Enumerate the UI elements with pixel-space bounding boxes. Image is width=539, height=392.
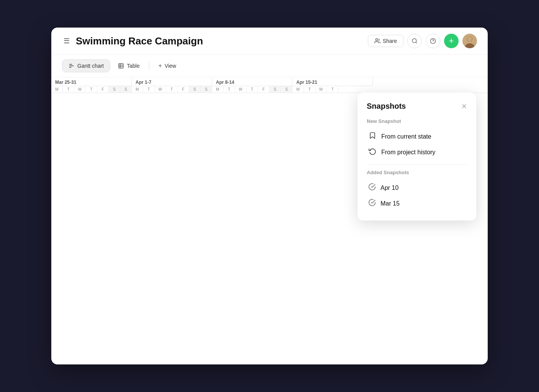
table-button[interactable]: Table xyxy=(112,60,145,72)
day-cell: T xyxy=(304,86,315,93)
snapshot-apr10-label: Apr 10 xyxy=(381,185,399,191)
help-button[interactable] xyxy=(426,34,440,48)
day-cell: S xyxy=(270,86,281,93)
week-apr15: Apr 15-21 M T W T xyxy=(292,77,373,93)
from-project-history-item[interactable]: From project history xyxy=(367,144,467,160)
day-cell: F xyxy=(258,86,270,93)
day-cell: S xyxy=(120,86,132,93)
from-current-state-label: From current state xyxy=(381,133,431,140)
day-cell: S xyxy=(109,86,120,93)
share-button[interactable]: Share xyxy=(368,35,403,47)
gantt-area: Mar 25-31 M T W T F S S Apr 1-7 M T W T xyxy=(51,77,488,93)
week-label: Apr 8-14 xyxy=(212,77,292,86)
day-cell: M xyxy=(212,86,224,93)
day-cell: W xyxy=(155,86,166,93)
added-snapshots-label: Added snapshots xyxy=(367,170,467,175)
from-project-history-label: From project history xyxy=(381,149,435,156)
day-cell: W xyxy=(315,86,327,93)
week-apr8: Apr 8-14 M T W T F S S xyxy=(212,77,292,93)
gantt-icon xyxy=(69,63,75,69)
view-button[interactable]: + View xyxy=(152,59,182,72)
day-cell: S xyxy=(281,86,292,93)
week-label: Apr 1-7 xyxy=(132,77,212,86)
day-cell: T xyxy=(166,86,178,93)
day-cell: T xyxy=(143,86,155,93)
page-title: Swimming Race Campaign xyxy=(76,35,363,47)
gantt-chart-button[interactable]: Gantt chart xyxy=(62,59,110,72)
header: ☰ Swimming Race Campaign Share + xyxy=(51,28,488,55)
bookmark-icon xyxy=(368,132,377,141)
snapshots-panel: Snapshots ✕ New snapshot From current st… xyxy=(358,93,476,220)
day-cell: S xyxy=(189,86,201,93)
help-icon xyxy=(430,38,436,44)
check-icon-mar15 xyxy=(368,199,376,208)
day-cell: W xyxy=(74,86,86,93)
snapshot-apr10[interactable]: Apr 10 xyxy=(367,180,467,196)
day-cell: M xyxy=(132,86,143,93)
panel-divider xyxy=(367,165,467,165)
from-current-state-item[interactable]: From current state xyxy=(367,129,467,144)
panel-header: Snapshots ✕ xyxy=(367,102,467,111)
menu-icon[interactable]: ☰ xyxy=(62,35,71,47)
avatar[interactable] xyxy=(462,34,477,48)
share-icon xyxy=(374,38,381,44)
days-row: M T W T F S S xyxy=(51,86,132,93)
days-row: M T W T xyxy=(292,86,373,93)
panel-title: Snapshots xyxy=(367,102,406,111)
app-window: ☰ Swimming Race Campaign Share + xyxy=(51,28,488,364)
week-mar25: Mar 25-31 M T W T F S S xyxy=(51,77,132,93)
day-cell: T xyxy=(247,86,258,93)
svg-point-7 xyxy=(467,37,472,42)
svg-point-1 xyxy=(412,39,416,43)
day-cell: S xyxy=(201,86,212,93)
add-button[interactable]: + xyxy=(444,34,459,48)
table-icon xyxy=(118,63,124,69)
svg-rect-11 xyxy=(119,64,123,68)
timeline-header: Mar 25-31 M T W T F S S Apr 1-7 M T W T xyxy=(51,77,488,93)
day-cell: T xyxy=(86,86,97,93)
toolbar-divider xyxy=(149,61,149,70)
day-cell: F xyxy=(97,86,109,93)
check-icon-apr10 xyxy=(368,183,376,193)
day-cell: M xyxy=(292,86,304,93)
header-actions: Share + xyxy=(368,34,477,48)
day-cell: T xyxy=(63,86,74,93)
days-row: M T W T F S S xyxy=(132,86,212,93)
new-snapshot-label: New snapshot xyxy=(367,118,467,124)
week-apr1: Apr 1-7 M T W T F S S xyxy=(132,77,212,93)
week-label: Mar 25-31 xyxy=(51,77,132,86)
svg-point-0 xyxy=(376,39,377,41)
day-cell: T xyxy=(224,86,235,93)
day-cell: M xyxy=(51,86,63,93)
avatar-image xyxy=(462,34,477,48)
search-icon xyxy=(412,38,418,44)
day-cell: F xyxy=(178,86,189,93)
days-row: M T W T F S S xyxy=(212,86,292,93)
snapshot-mar15[interactable]: Mar 15 xyxy=(367,196,467,211)
day-cell: T xyxy=(327,86,338,93)
day-cell: W xyxy=(235,86,247,93)
toolbar: Gantt chart Table + View xyxy=(51,55,488,77)
close-button[interactable]: ✕ xyxy=(461,103,467,110)
snapshot-mar15-label: Mar 15 xyxy=(381,200,400,207)
search-button[interactable] xyxy=(407,34,422,48)
week-label: Apr 15-21 xyxy=(292,77,373,86)
history-icon xyxy=(368,147,377,157)
